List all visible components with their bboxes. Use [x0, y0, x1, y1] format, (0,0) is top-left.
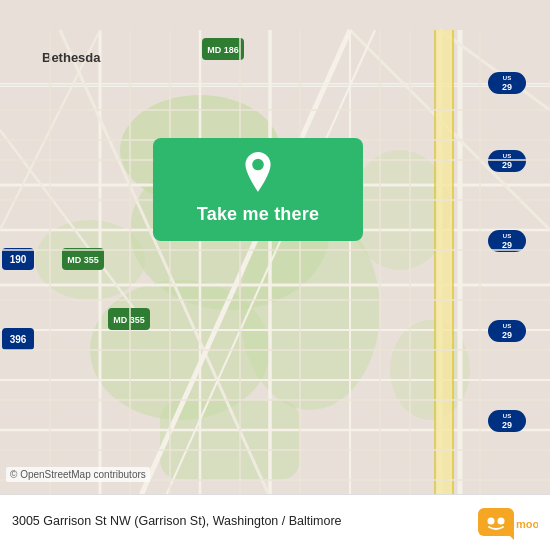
svg-text:29: 29 — [502, 420, 512, 430]
svg-rect-30 — [435, 30, 453, 520]
bottom-info-bar: 3005 Garrison St NW (Garrison St), Washi… — [0, 494, 550, 550]
svg-text:Bethesda: Bethesda — [42, 50, 101, 65]
take-me-there-button[interactable]: Take me there — [153, 138, 363, 241]
svg-text:US: US — [503, 233, 511, 239]
svg-text:MD 355: MD 355 — [113, 315, 145, 325]
svg-text:396: 396 — [10, 334, 27, 345]
svg-point-80 — [498, 518, 505, 525]
svg-text:29: 29 — [502, 160, 512, 170]
map-container: MD 186 US 29 US 29 US 29 US 29 US 29 MD … — [0, 0, 550, 550]
moovit-logo: moovit — [478, 504, 538, 540]
svg-text:29: 29 — [502, 82, 512, 92]
svg-text:29: 29 — [502, 240, 512, 250]
moovit-logo-svg: moovit — [478, 504, 538, 540]
copyright-text: © OpenStreetMap contributors — [6, 467, 150, 482]
svg-text:US: US — [503, 75, 511, 81]
svg-text:US: US — [503, 323, 511, 329]
svg-text:190: 190 — [10, 254, 27, 265]
svg-text:US: US — [503, 413, 511, 419]
svg-text:MD 186: MD 186 — [207, 45, 239, 55]
svg-text:US: US — [503, 153, 511, 159]
take-me-there-label: Take me there — [197, 204, 319, 225]
svg-point-77 — [252, 159, 264, 171]
svg-text:29: 29 — [502, 330, 512, 340]
svg-rect-78 — [478, 508, 514, 536]
svg-text:MD 355: MD 355 — [67, 255, 99, 265]
svg-point-79 — [488, 518, 495, 525]
svg-text:moovit: moovit — [516, 518, 538, 530]
address-text: 3005 Garrison St NW (Garrison St), Washi… — [12, 513, 468, 531]
location-pin-icon — [240, 152, 276, 196]
